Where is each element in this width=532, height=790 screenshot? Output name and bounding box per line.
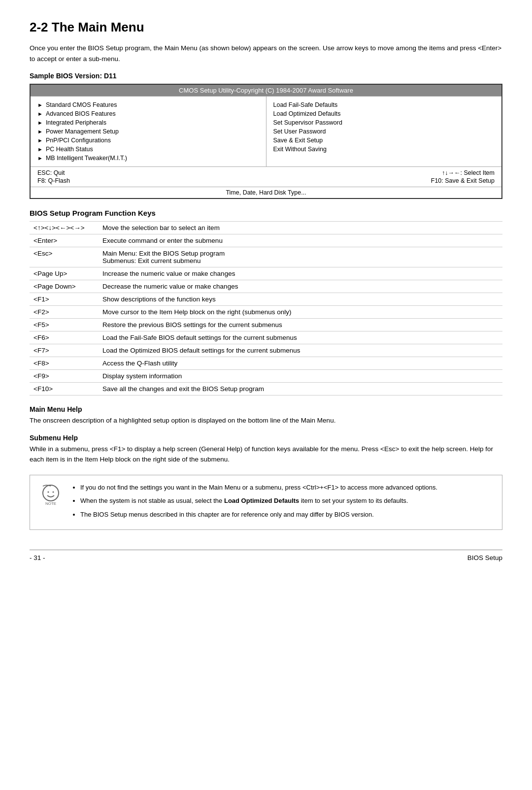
bios-left-item: ►PC Health Status: [37, 145, 259, 154]
page-title: 2-2 The Main Menu: [30, 20, 502, 35]
func-key-row: <F5>Restore the previous BIOS settings f…: [30, 319, 502, 331]
bios-left-item: ►Standard CMOS Features: [37, 100, 259, 109]
main-menu-help-title: Main Menu Help: [30, 405, 502, 413]
func-key-row: <Enter>Execute command or enter the subm…: [30, 234, 502, 247]
func-key-name: <F2>: [30, 306, 99, 319]
func-keys-title: BIOS Setup Program Function Keys: [30, 209, 502, 217]
submenu-help-text: While in a submenu, press <F1> to displa…: [30, 444, 502, 465]
arrow-icon: ►: [37, 129, 43, 134]
func-key-desc: Increase the numeric value or make chang…: [99, 267, 502, 280]
bios-right-item: Set Supervisor Password: [273, 118, 495, 127]
bios-screen: CMOS Setup Utility-Copyright (C) 1984-20…: [30, 84, 502, 199]
func-key-desc: Access the Q-Flash utility: [99, 357, 502, 370]
func-key-name: <Page Up>: [30, 267, 99, 280]
arrow-icon: ►: [37, 155, 43, 161]
func-key-desc: Show descriptions of the function keys: [99, 293, 502, 306]
func-key-name: <F8>: [30, 357, 99, 370]
svg-point-0: [43, 485, 59, 501]
note-content: If you do not find the settings you want…: [71, 482, 437, 523]
bios-right-item: Load Fail-Safe Defaults: [273, 100, 495, 109]
footer-label: BIOS Setup: [467, 554, 502, 561]
func-key-row: <Esc>Main Menu: Exit the BIOS Setup prog…: [30, 247, 502, 267]
bios-right-panel: Load Fail-Safe DefaultsLoad Optimized De…: [266, 97, 502, 166]
func-key-desc: Main Menu: Exit the BIOS Setup programSu…: [99, 247, 502, 267]
bios-footer-f10: F10: Save & Exit Setup: [431, 177, 495, 184]
bios-bottom-bar: Time, Date, Hard Disk Type...: [31, 187, 501, 198]
bios-title-bar: CMOS Setup Utility-Copyright (C) 1984-20…: [31, 85, 501, 96]
func-key-row: <Page Up>Increase the numeric value or m…: [30, 267, 502, 280]
func-key-desc: Display system information: [99, 370, 502, 383]
bios-right-item: Save & Exit Setup: [273, 136, 495, 145]
svg-point-1: [48, 491, 49, 493]
bios-left-panel: ►Standard CMOS Features►Advanced BIOS Fe…: [31, 97, 266, 166]
note-box: NOTE If you do not find the settings you…: [30, 475, 502, 530]
func-key-row: <F10>Save all the changes and exit the B…: [30, 383, 502, 395]
arrow-icon: ►: [37, 137, 43, 143]
submenu-help-title: Submenu Help: [30, 434, 502, 442]
func-key-desc: Save all the changes and exit the BIOS S…: [99, 383, 502, 395]
arrow-icon: ►: [37, 111, 43, 117]
func-key-name: <F10>: [30, 383, 99, 395]
bios-right-item: Exit Without Saving: [273, 145, 495, 154]
func-key-row: <F8>Access the Q-Flash utility: [30, 357, 502, 370]
func-key-row: <F7>Load the Optimized BIOS default sett…: [30, 344, 502, 357]
bios-footer-esc: ESC: Quit: [37, 169, 65, 176]
bios-footer-row1: ESC: Quit ↑↓→←: Select Item: [37, 169, 495, 177]
func-key-row: <F1>Show descriptions of the function ke…: [30, 293, 502, 306]
func-key-name: <F7>: [30, 344, 99, 357]
intro-text: Once you enter the BIOS Setup program, t…: [30, 43, 502, 64]
func-key-desc: Move the selection bar to select an item: [99, 222, 502, 234]
func-key-row: <F6>Load the Fail-Safe BIOS default sett…: [30, 331, 502, 344]
note-item: The BIOS Setup menus described in this c…: [80, 509, 437, 520]
func-key-desc: Load the Fail-Safe BIOS default settings…: [99, 331, 502, 344]
arrow-icon: ►: [37, 146, 43, 152]
func-key-desc: Load the Optimized BIOS default settings…: [99, 344, 502, 357]
note-svg-icon: NOTE: [39, 482, 63, 506]
footer-page-number: - 31 -: [30, 554, 45, 561]
func-key-name: <F6>: [30, 331, 99, 344]
note-item: When the system is not stable as usual, …: [80, 495, 437, 506]
func-key-name: <Page Down>: [30, 280, 99, 293]
bios-left-item: ►Power Management Setup: [37, 127, 259, 136]
sample-bios-label: Sample BIOS Version: D11: [30, 72, 502, 80]
func-key-name: <F1>: [30, 293, 99, 306]
bios-left-item: ►Advanced BIOS Features: [37, 109, 259, 118]
bios-right-item: Load Optimized Defaults: [273, 109, 495, 118]
arrow-icon: ►: [37, 120, 43, 126]
bios-footer-select: ↑↓→←: Select Item: [442, 169, 495, 176]
bios-left-item: ►Integrated Peripherals: [37, 118, 259, 127]
func-key-row: <F9>Display system information: [30, 370, 502, 383]
func-keys-table: <↑><↓><←><→>Move the selection bar to se…: [30, 221, 502, 395]
bios-footer-f8: F8: Q-Flash: [37, 177, 70, 184]
func-key-name: <F9>: [30, 370, 99, 383]
svg-point-2: [53, 491, 54, 493]
func-key-name: <Esc>: [30, 247, 99, 267]
bios-left-item: ►MB Intelligent Tweaker(M.I.T.): [37, 154, 259, 163]
bios-left-item: ►PnP/PCI Configurations: [37, 136, 259, 145]
func-key-desc: Decrease the numeric value or make chang…: [99, 280, 502, 293]
note-item: If you do not find the settings you want…: [80, 482, 437, 493]
bios-content: ►Standard CMOS Features►Advanced BIOS Fe…: [31, 96, 501, 166]
func-key-name: <↑><↓><←><→>: [30, 222, 99, 234]
func-key-desc: Execute command or enter the submenu: [99, 234, 502, 247]
func-key-row: <F2>Move cursor to the Item Help block o…: [30, 306, 502, 319]
page-footer: - 31 - BIOS Setup: [30, 550, 502, 561]
arrow-icon: ►: [37, 102, 43, 108]
main-menu-help-text: The onscreen description of a highlighte…: [30, 415, 502, 426]
note-icon: NOTE: [38, 482, 64, 507]
bios-footer: ESC: Quit ↑↓→←: Select Item F8: Q-Flash …: [31, 166, 501, 187]
func-key-desc: Move cursor to the Item Help block on th…: [99, 306, 502, 319]
func-key-name: <Enter>: [30, 234, 99, 247]
func-key-name: <F5>: [30, 319, 99, 331]
func-key-desc: Restore the previous BIOS settings for t…: [99, 319, 502, 331]
bios-right-item: Set User Password: [273, 127, 495, 136]
bios-footer-row2: F8: Q-Flash F10: Save & Exit Setup: [37, 177, 495, 185]
svg-text:NOTE: NOTE: [45, 501, 56, 506]
func-key-row: <↑><↓><←><→>Move the selection bar to se…: [30, 222, 502, 234]
func-key-row: <Page Down>Decrease the numeric value or…: [30, 280, 502, 293]
